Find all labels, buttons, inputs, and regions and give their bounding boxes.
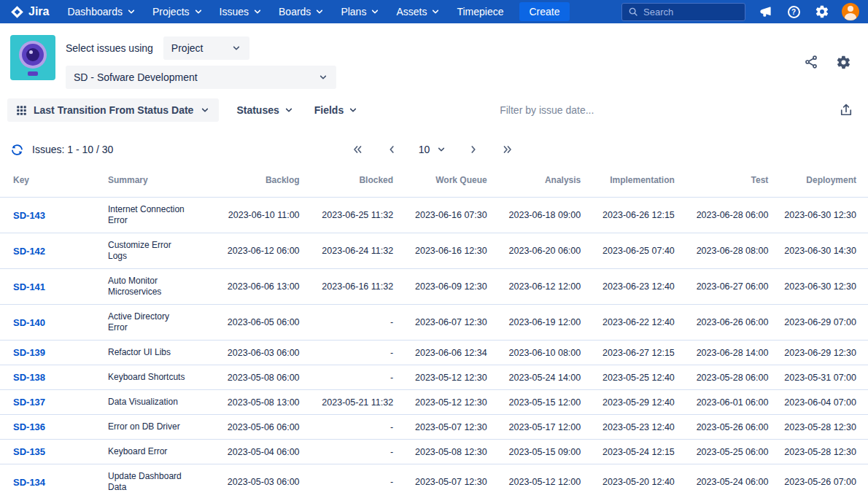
page-size-dropdown[interactable]: 10 xyxy=(419,144,447,155)
top-navbar: Jira Dashboards Projects Issues Boards P… xyxy=(0,0,868,23)
issue-key-cell: SD-140 xyxy=(0,305,102,341)
nav-item-label: Projects xyxy=(152,6,190,17)
status-date-cell: 2023-05-12 12:30 xyxy=(399,390,493,415)
app-logo-icon xyxy=(10,35,55,80)
nav-item-dashboards[interactable]: Dashboards xyxy=(59,0,144,23)
table-row: SD-134Update Dashboard Data2023-05-03 06… xyxy=(0,464,868,498)
status-date-cell: 2023-06-16 12:30 xyxy=(399,233,493,269)
select-issues-label: Select issues using xyxy=(66,42,153,54)
jira-logo-icon xyxy=(10,5,24,19)
nav-item-assets[interactable]: Assets xyxy=(388,0,449,23)
issue-key-cell: SD-143 xyxy=(0,198,102,233)
jira-logo[interactable]: Jira xyxy=(9,5,58,19)
pager-controls: 10 xyxy=(350,142,516,157)
chevron-down-icon xyxy=(430,7,441,17)
nav-item-projects[interactable]: Projects xyxy=(144,0,212,23)
issue-summary-cell: Active Directory Error xyxy=(102,305,212,341)
table-row: SD-137Data Visualization2023-05-08 13:00… xyxy=(0,390,868,415)
chevron-down-icon xyxy=(193,7,204,17)
statuses-dropdown[interactable]: Statuses xyxy=(233,104,296,116)
share-button[interactable] xyxy=(802,53,820,71)
issue-key-link[interactable]: SD-135 xyxy=(13,446,45,457)
issue-key-link[interactable]: SD-137 xyxy=(13,397,45,408)
issue-key-link[interactable]: SD-143 xyxy=(13,210,45,221)
select-mode-dropdown[interactable]: Project xyxy=(163,36,249,60)
status-date-cell: 2023-06-25 07:40 xyxy=(586,233,681,269)
issue-summary-cell: Keyboard Error xyxy=(102,440,212,464)
help-button[interactable]: ? xyxy=(785,3,802,20)
status-date-cell: 2023-06-26 12:15 xyxy=(586,198,681,233)
nav-item-timepiece[interactable]: Timepiece xyxy=(449,0,511,23)
status-date-cell: - xyxy=(306,464,400,498)
status-date-cell: 2023-05-31 07:00 xyxy=(774,365,868,390)
issue-key-link[interactable]: SD-134 xyxy=(13,477,45,488)
refresh-button[interactable] xyxy=(10,143,24,157)
refresh-icon xyxy=(10,143,24,157)
status-date-cell: 2023-06-23 12:40 xyxy=(586,269,681,305)
project-dropdown[interactable]: SD - Sofware Development xyxy=(66,66,336,89)
issue-key-link[interactable]: SD-142 xyxy=(13,246,45,257)
settings-button[interactable] xyxy=(813,3,831,20)
status-date-cell: 2023-06-29 07:00 xyxy=(774,305,868,341)
status-date-cell: 2023-05-20 12:40 xyxy=(586,464,681,498)
chevron-down-icon xyxy=(348,105,358,115)
grid-icon xyxy=(16,105,27,116)
issue-key-cell: SD-138 xyxy=(0,365,102,390)
nav-item-issues[interactable]: Issues xyxy=(212,0,271,23)
status-date-cell: 2023-05-12 12:30 xyxy=(399,365,493,390)
status-date-cell: 2023-06-10 08:00 xyxy=(493,341,587,365)
status-date-cell: 2023-06-26 06:00 xyxy=(681,305,775,341)
status-date-cell: 2023-06-30 14:30 xyxy=(774,233,868,269)
table-row: SD-138Keyboard Shortcuts2023-05-08 06:00… xyxy=(0,365,868,390)
status-date-cell: 2023-06-28 14:00 xyxy=(681,341,775,365)
report-type-dropdown[interactable]: Last Transition From Status Date xyxy=(7,98,219,122)
issue-summary-cell: Internet Connection Error xyxy=(102,198,212,233)
search-input[interactable] xyxy=(643,7,739,17)
global-search[interactable] xyxy=(621,3,745,21)
nav-item-plans[interactable]: Plans xyxy=(333,0,388,23)
status-date-cell: 2023-06-28 06:00 xyxy=(681,198,775,233)
report-toolbar: Last Transition From Status Date Statuse… xyxy=(0,98,868,122)
issues-table-header: KeySummaryBacklogBlockedWork QueueAnalys… xyxy=(0,166,868,198)
status-date-cell: 2023-06-05 06:00 xyxy=(212,305,306,341)
share-icon xyxy=(804,55,818,69)
nav-item-boards[interactable]: Boards xyxy=(271,0,333,23)
chevron-down-icon xyxy=(436,144,446,155)
status-date-cell: 2023-05-07 12:30 xyxy=(399,415,493,440)
issue-summary-cell: Update Dashboard Data xyxy=(102,464,212,498)
status-date-cell: - xyxy=(306,305,400,341)
status-date-cell: - xyxy=(306,440,400,464)
status-date-cell: 2023-05-04 06:00 xyxy=(212,440,306,464)
chevron-down-icon xyxy=(231,43,241,53)
table-row: SD-142Customize Error Logs2023-06-12 06:… xyxy=(0,233,868,269)
status-date-cell: - xyxy=(306,415,400,440)
status-date-cell: 2023-05-08 13:00 xyxy=(212,390,306,415)
status-date-cell: 2023-06-03 06:00 xyxy=(212,341,306,365)
status-date-cell: 2023-05-15 09:00 xyxy=(493,440,587,464)
issue-key-link[interactable]: SD-138 xyxy=(13,372,45,383)
issue-summary-cell: Data Visualization xyxy=(102,390,212,415)
status-date-cell: 2023-06-16 07:30 xyxy=(399,198,493,233)
last-page-button[interactable] xyxy=(500,142,515,157)
fields-dropdown[interactable]: Fields xyxy=(311,104,361,116)
user-avatar[interactable] xyxy=(842,3,859,20)
issue-key-link[interactable]: SD-140 xyxy=(13,317,45,328)
nav-item-label: Boards xyxy=(279,6,311,17)
announcements-button[interactable] xyxy=(756,3,774,20)
status-date-cell: 2023-06-12 06:00 xyxy=(212,233,306,269)
next-page-button[interactable] xyxy=(466,142,481,157)
status-date-cell: 2023-05-21 11:32 xyxy=(306,390,400,415)
status-date-cell: 2023-05-07 12:30 xyxy=(399,464,493,498)
create-button[interactable]: Create xyxy=(519,2,569,21)
first-page-button[interactable] xyxy=(350,142,365,157)
issue-key-link[interactable]: SD-136 xyxy=(13,421,45,432)
status-date-cell: 2023-05-25 12:40 xyxy=(586,365,681,390)
export-button[interactable] xyxy=(837,101,855,119)
gadget-settings-button[interactable] xyxy=(834,53,852,71)
issue-summary-cell: Auto Monitor Microservices xyxy=(102,269,212,305)
issue-key-link[interactable]: SD-139 xyxy=(13,347,45,358)
issue-date-filter-input[interactable] xyxy=(500,104,689,116)
previous-page-button[interactable] xyxy=(384,142,399,157)
table-row: SD-140Active Directory Error2023-06-05 0… xyxy=(0,305,868,341)
issue-key-link[interactable]: SD-141 xyxy=(13,281,45,292)
